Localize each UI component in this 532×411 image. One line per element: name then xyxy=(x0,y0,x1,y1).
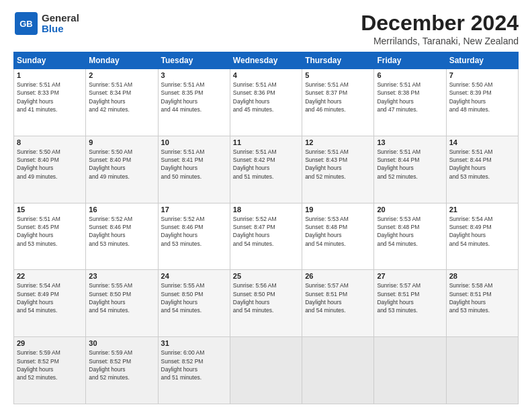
day-number: 4 xyxy=(233,71,299,79)
calendar-cell: 12 Sunrise: 5:51 AM Sunset: 8:43 PM Dayl… xyxy=(302,136,374,203)
day-number: 16 xyxy=(89,205,154,214)
calendar-cell: 9 Sunrise: 5:50 AM Sunset: 8:40 PM Dayli… xyxy=(86,136,158,203)
calendar-cell: 2 Sunrise: 5:51 AM Sunset: 8:34 PM Dayli… xyxy=(86,69,158,136)
calendar-cell: 18 Sunrise: 5:52 AM Sunset: 8:47 PM Dayl… xyxy=(230,203,302,270)
header: GB General Blue December 2024 Merrilands… xyxy=(13,11,519,46)
logo-line2: Blue xyxy=(42,24,79,35)
day-info: Sunrise: 5:51 AM Sunset: 8:42 PM Dayligh… xyxy=(233,148,299,181)
calendar-cell: 6 Sunrise: 5:51 AM Sunset: 8:38 PM Dayli… xyxy=(374,69,446,136)
calendar-week-row: 22 Sunrise: 5:54 AM Sunset: 8:49 PM Dayl… xyxy=(14,270,519,337)
calendar-header: SundayMondayTuesdayWednesdayThursdayFrid… xyxy=(14,52,519,69)
day-number: 21 xyxy=(449,205,515,214)
day-number: 25 xyxy=(233,272,299,280)
day-number: 9 xyxy=(89,138,154,146)
logo-line1: General xyxy=(42,13,79,24)
day-number: 3 xyxy=(161,71,227,79)
calendar-week-row: 15 Sunrise: 5:51 AM Sunset: 8:45 PM Dayl… xyxy=(14,203,519,270)
day-number: 11 xyxy=(233,138,299,146)
weekday-header: Tuesday xyxy=(158,52,230,69)
calendar-cell: 26 Sunrise: 5:57 AM Sunset: 8:51 PM Dayl… xyxy=(302,270,374,337)
svg-text:GB: GB xyxy=(19,19,33,29)
day-info: Sunrise: 5:52 AM Sunset: 8:46 PM Dayligh… xyxy=(161,215,227,248)
day-number: 13 xyxy=(377,138,443,146)
calendar-table: SundayMondayTuesdayWednesdayThursdayFrid… xyxy=(13,52,519,404)
day-number: 22 xyxy=(17,272,83,280)
location-title: Merrilands, Taranaki, New Zealand xyxy=(361,36,519,46)
calendar-week-row: 29 Sunrise: 5:59 AM Sunset: 8:52 PM Dayl… xyxy=(14,337,519,404)
weekday-header: Friday xyxy=(374,52,446,69)
day-number: 29 xyxy=(17,339,83,347)
calendar-cell xyxy=(230,337,302,404)
day-info: Sunrise: 6:00 AM Sunset: 8:52 PM Dayligh… xyxy=(161,349,227,381)
calendar-cell: 23 Sunrise: 5:55 AM Sunset: 8:50 PM Dayl… xyxy=(86,270,158,337)
calendar-body: 1 Sunrise: 5:51 AM Sunset: 8:33 PM Dayli… xyxy=(14,69,519,404)
calendar-cell xyxy=(446,337,518,404)
day-info: Sunrise: 5:50 AM Sunset: 8:39 PM Dayligh… xyxy=(449,81,515,113)
calendar-cell: 30 Sunrise: 5:59 AM Sunset: 8:52 PM Dayl… xyxy=(86,337,158,404)
day-info: Sunrise: 5:51 AM Sunset: 8:44 PM Dayligh… xyxy=(377,148,443,181)
day-number: 18 xyxy=(233,205,299,214)
day-info: Sunrise: 5:50 AM Sunset: 8:40 PM Dayligh… xyxy=(89,148,154,181)
calendar-cell: 28 Sunrise: 5:58 AM Sunset: 8:51 PM Dayl… xyxy=(446,270,518,337)
day-info: Sunrise: 5:51 AM Sunset: 8:34 PM Dayligh… xyxy=(89,81,154,113)
day-info: Sunrise: 5:50 AM Sunset: 8:40 PM Dayligh… xyxy=(17,148,83,181)
calendar-cell: 21 Sunrise: 5:54 AM Sunset: 8:49 PM Dayl… xyxy=(446,203,518,270)
day-number: 5 xyxy=(305,71,371,79)
calendar-week-row: 1 Sunrise: 5:51 AM Sunset: 8:33 PM Dayli… xyxy=(14,69,519,136)
calendar-cell: 15 Sunrise: 5:51 AM Sunset: 8:45 PM Dayl… xyxy=(14,203,86,270)
weekday-header: Wednesday xyxy=(230,52,302,69)
day-info: Sunrise: 5:53 AM Sunset: 8:48 PM Dayligh… xyxy=(377,215,443,248)
day-number: 31 xyxy=(161,339,227,347)
weekday-header: Thursday xyxy=(302,52,374,69)
calendar-cell: 1 Sunrise: 5:51 AM Sunset: 8:33 PM Dayli… xyxy=(14,69,86,136)
calendar-cell: 19 Sunrise: 5:53 AM Sunset: 8:48 PM Dayl… xyxy=(302,203,374,270)
day-number: 15 xyxy=(17,205,83,214)
calendar-cell: 13 Sunrise: 5:51 AM Sunset: 8:44 PM Dayl… xyxy=(374,136,446,203)
calendar-cell: 22 Sunrise: 5:54 AM Sunset: 8:49 PM Dayl… xyxy=(14,270,86,337)
calendar-cell: 29 Sunrise: 5:59 AM Sunset: 8:52 PM Dayl… xyxy=(14,337,86,404)
day-number: 19 xyxy=(305,205,371,214)
weekday-header: Saturday xyxy=(446,52,518,69)
calendar-cell: 27 Sunrise: 5:57 AM Sunset: 8:51 PM Dayl… xyxy=(374,270,446,337)
calendar-cell: 17 Sunrise: 5:52 AM Sunset: 8:46 PM Dayl… xyxy=(158,203,230,270)
day-number: 28 xyxy=(449,272,515,280)
calendar-cell: 4 Sunrise: 5:51 AM Sunset: 8:36 PM Dayli… xyxy=(230,69,302,136)
day-number: 12 xyxy=(305,138,371,146)
calendar-cell: 8 Sunrise: 5:50 AM Sunset: 8:40 PM Dayli… xyxy=(14,136,86,203)
day-info: Sunrise: 5:51 AM Sunset: 8:35 PM Dayligh… xyxy=(161,81,227,113)
day-number: 20 xyxy=(377,205,443,214)
calendar-cell: 11 Sunrise: 5:51 AM Sunset: 8:42 PM Dayl… xyxy=(230,136,302,203)
title-block: December 2024 Merrilands, Taranaki, New … xyxy=(361,11,519,46)
day-info: Sunrise: 5:54 AM Sunset: 8:49 PM Dayligh… xyxy=(17,281,83,314)
calendar-cell xyxy=(374,337,446,404)
day-number: 27 xyxy=(377,272,443,280)
calendar-cell: 14 Sunrise: 5:51 AM Sunset: 8:44 PM Dayl… xyxy=(446,136,518,203)
calendar-cell: 20 Sunrise: 5:53 AM Sunset: 8:48 PM Dayl… xyxy=(374,203,446,270)
day-info: Sunrise: 5:52 AM Sunset: 8:46 PM Dayligh… xyxy=(89,215,154,248)
day-info: Sunrise: 5:56 AM Sunset: 8:50 PM Dayligh… xyxy=(233,281,299,314)
calendar-cell: 5 Sunrise: 5:51 AM Sunset: 8:37 PM Dayli… xyxy=(302,69,374,136)
day-info: Sunrise: 5:57 AM Sunset: 8:51 PM Dayligh… xyxy=(377,281,443,314)
day-info: Sunrise: 5:51 AM Sunset: 8:41 PM Dayligh… xyxy=(161,148,227,181)
day-info: Sunrise: 5:59 AM Sunset: 8:52 PM Dayligh… xyxy=(89,349,154,381)
day-number: 24 xyxy=(161,272,227,280)
day-number: 2 xyxy=(89,71,154,79)
page: GB General Blue December 2024 Merrilands… xyxy=(0,0,532,411)
logo-icon: GB xyxy=(13,11,39,36)
day-info: Sunrise: 5:51 AM Sunset: 8:36 PM Dayligh… xyxy=(233,81,299,113)
calendar-cell: 31 Sunrise: 6:00 AM Sunset: 8:52 PM Dayl… xyxy=(158,337,230,404)
day-info: Sunrise: 5:54 AM Sunset: 8:49 PM Dayligh… xyxy=(449,215,515,248)
calendar-cell: 24 Sunrise: 5:55 AM Sunset: 8:50 PM Dayl… xyxy=(158,270,230,337)
day-info: Sunrise: 5:59 AM Sunset: 8:52 PM Dayligh… xyxy=(17,349,83,381)
day-number: 1 xyxy=(17,71,83,79)
day-number: 30 xyxy=(89,339,154,347)
day-number: 6 xyxy=(377,71,443,79)
day-number: 14 xyxy=(449,138,515,146)
day-info: Sunrise: 5:55 AM Sunset: 8:50 PM Dayligh… xyxy=(161,281,227,314)
day-number: 26 xyxy=(305,272,371,280)
weekday-header: Monday xyxy=(86,52,158,69)
calendar-week-row: 8 Sunrise: 5:50 AM Sunset: 8:40 PM Dayli… xyxy=(14,136,519,203)
logo: GB General Blue xyxy=(13,11,79,36)
day-number: 7 xyxy=(449,71,515,79)
day-number: 8 xyxy=(17,138,83,146)
